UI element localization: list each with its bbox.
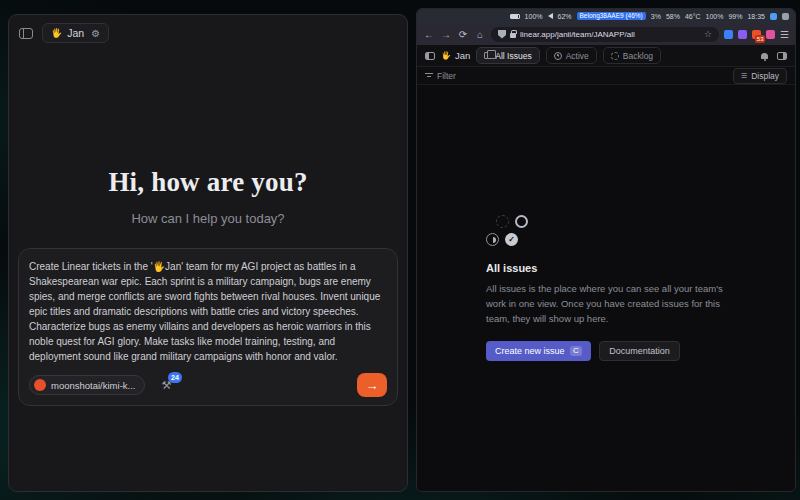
tab-all-issues[interactable]: All Issues [476, 47, 539, 64]
filter-button[interactable]: Filter [425, 71, 456, 81]
tab-active[interactable]: Active [546, 47, 597, 64]
refresh-button[interactable]: ⟳ [457, 29, 469, 40]
tools-button[interactable]: ⚒ 24 [161, 379, 171, 392]
display-label: Display [751, 71, 779, 81]
create-shortcut-key: C [570, 346, 583, 356]
network-badge[interactable]: Belong38AAE9 (46%) [577, 12, 646, 21]
all-issues-icon [484, 52, 491, 59]
issue-status-icons [486, 215, 726, 246]
model-selector[interactable]: moonshotai/kimi-k... [29, 375, 145, 395]
empty-state: All issues All issues is the place where… [486, 215, 726, 360]
linear-header-right [761, 52, 787, 60]
tracking-shield-icon[interactable] [498, 30, 506, 39]
empty-state-actions: Create new issue C Documentation [486, 341, 726, 361]
empty-state-title: All issues [486, 262, 726, 274]
active-icon [554, 52, 562, 60]
volume-icon [548, 13, 553, 19]
browser-toolbar: ← → ⟳ ⌂ linear.app/janii/team/JANAPP/all… [417, 23, 795, 45]
notifications-bell-icon[interactable] [761, 53, 768, 59]
volume-percent: 62% [558, 13, 572, 20]
tools-count-badge: 24 [168, 372, 183, 383]
sidebar-toggle-icon[interactable] [19, 28, 33, 39]
status-backlog-icon [496, 215, 509, 228]
back-button[interactable]: ← [423, 29, 435, 40]
linear-filter-bar: Filter ☰ Display [417, 67, 795, 85]
system-status-bar: 100% 62% Belong38AAE9 (46%) 3% 58% 46°C … [417, 9, 795, 23]
empty-state-description: All issues is the place where you can se… [486, 282, 726, 326]
adblock-count-badge: 53 [755, 35, 765, 43]
model-name: moonshotai/kimi-k... [51, 380, 135, 391]
create-new-issue-label: Create new issue [495, 346, 565, 356]
browser-window: 100% 62% Belong38AAE9 (46%) 3% 58% 46°C … [416, 8, 796, 492]
documentation-button[interactable]: Documentation [599, 341, 680, 361]
status-in-progress-icon [486, 233, 499, 246]
tray-mail-icon[interactable] [770, 13, 777, 20]
browser-menu-button[interactable]: ☰ [780, 29, 789, 40]
status-done-icon [505, 233, 518, 246]
display-button[interactable]: ☰ Display [733, 68, 787, 84]
send-button[interactable]: → [357, 373, 387, 397]
clock: 18:35 [747, 13, 765, 20]
linear-header: 🖐 Jan All Issues Active Backlog [417, 45, 795, 67]
misc-stat: 99% [728, 13, 742, 20]
tray-apps-icon[interactable] [782, 13, 789, 20]
status-todo-icon [515, 215, 528, 228]
composer-toolbar: moonshotai/kimi-k... ⚒ 24 → [29, 373, 387, 397]
linear-workspace-emoji: 🖐 [441, 51, 451, 60]
greeting-subtitle: How can I help you today? [131, 211, 284, 226]
workspace-name: Jan [67, 27, 84, 39]
backlog-icon [611, 52, 619, 60]
tab-backlog-label: Backlog [623, 51, 653, 61]
jan-logo-emoji: 🖐 [51, 28, 62, 38]
linear-workspace-name: Jan [455, 50, 470, 61]
display-icon: ☰ [741, 72, 747, 80]
gear-icon[interactable]: ⚙ [91, 28, 100, 39]
url-text[interactable]: linear.app/janii/team/JANAPP/all [520, 30, 700, 39]
extension-icon-pink[interactable] [766, 30, 775, 39]
desktop: 🖐 Jan ⚙ Hi, how are you? How can I help … [0, 0, 800, 500]
lock-icon [510, 33, 516, 38]
mem-stat: 58% [666, 13, 680, 20]
linear-workspace[interactable]: 🖐 Jan [441, 50, 470, 61]
filter-icon [425, 72, 433, 79]
cpu-stat: 3% [651, 13, 661, 20]
send-arrow-icon: → [366, 378, 379, 393]
prompt-input[interactable]: Create Linear tickets in the '🖐Jan' team… [29, 259, 387, 364]
right-panel-toggle-icon[interactable] [777, 52, 787, 60]
bookmark-star-icon[interactable]: ☆ [704, 29, 712, 39]
extension-icon-blue[interactable] [724, 30, 733, 39]
create-new-issue-button[interactable]: Create new issue C [486, 341, 591, 361]
workspace-selector[interactable]: 🖐 Jan ⚙ [42, 23, 109, 43]
extension-icon-purple[interactable] [738, 30, 747, 39]
temp-stat: 46°C [685, 13, 701, 20]
jan-topbar: 🖐 Jan ⚙ [9, 15, 407, 49]
linear-main-area: All issues All issues is the place where… [417, 85, 795, 491]
greeting-title: Hi, how are you? [108, 167, 307, 198]
welcome-area: Hi, how are you? How can I help you toda… [9, 167, 407, 226]
home-button[interactable]: ⌂ [474, 29, 486, 40]
model-provider-icon [34, 379, 46, 391]
tab-active-label: Active [566, 51, 589, 61]
filter-label: Filter [437, 71, 456, 81]
linear-sidebar-toggle-icon[interactable] [425, 52, 435, 60]
adblock-extension[interactable]: 53 [752, 30, 761, 39]
disk-stat: 100% [706, 13, 724, 20]
tab-all-issues-label: All Issues [495, 51, 531, 61]
forward-button[interactable]: → [440, 29, 452, 40]
jan-app-window: 🖐 Jan ⚙ Hi, how are you? How can I help … [8, 14, 408, 492]
url-bar[interactable]: linear.app/janii/team/JANAPP/all ☆ [491, 27, 719, 42]
prompt-composer[interactable]: Create Linear tickets in the '🖐Jan' team… [18, 248, 398, 406]
battery-percent: 100% [525, 13, 543, 20]
battery-icon [510, 14, 520, 19]
tab-backlog[interactable]: Backlog [603, 47, 661, 64]
